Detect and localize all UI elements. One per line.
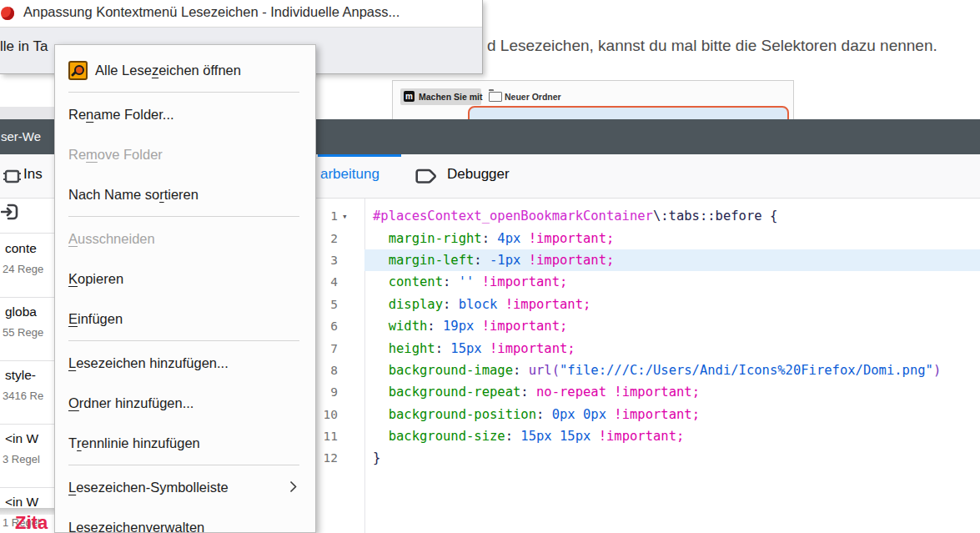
code-token: !important; bbox=[599, 429, 685, 444]
line-number[interactable]: 5 bbox=[318, 298, 338, 311]
code-text[interactable]: background-position: 0px 0px !important; bbox=[364, 404, 980, 425]
code-line[interactable]: 9 background-repeat: no-repeat !importan… bbox=[318, 381, 980, 403]
code-line[interactable]: 12} bbox=[318, 447, 980, 469]
menu-item-add-folder[interactable]: Ordner hinzufügen... bbox=[55, 383, 315, 423]
menu-item-copy[interactable]: Kopieren bbox=[55, 259, 315, 299]
menu-item-add-separator[interactable]: Trennlinie hinzufügen bbox=[55, 423, 315, 463]
line-number[interactable]: 7 bbox=[318, 342, 338, 355]
menu-item-paste[interactable]: Einfügen bbox=[55, 299, 315, 339]
gutter-cell[interactable]: 1▾ bbox=[318, 209, 364, 223]
forum-post-text: d Lesezeichen, kannst du mal bitte die S… bbox=[487, 37, 937, 55]
menu-item-add-bookmark[interactable]: Lesezeichen hinzufügen... bbox=[55, 343, 315, 383]
menu-item-label: Lesezeichen bbox=[68, 520, 146, 533]
line-number[interactable]: 9 bbox=[318, 385, 338, 399]
code-line[interactable]: 2 margin-right: 4px !important; bbox=[318, 227, 980, 249]
line-number[interactable]: 12 bbox=[318, 451, 338, 465]
code-text[interactable]: background-size: 15px 15px !important; bbox=[364, 425, 980, 447]
code-text[interactable]: #placesContext_openBookmarkContainer\:ta… bbox=[364, 205, 980, 227]
line-number[interactable]: 4 bbox=[318, 275, 338, 289]
code-text[interactable]: height: 15px !important; bbox=[364, 337, 980, 359]
code-token bbox=[373, 385, 389, 400]
code-token bbox=[482, 341, 490, 356]
fold-arrow-icon[interactable]: ▾ bbox=[338, 211, 359, 222]
gutter-cell[interactable]: 10 bbox=[318, 408, 364, 421]
menu-item-label: ove Folder bbox=[98, 147, 163, 163]
capture-toolbar-text: lle in Ta bbox=[0, 38, 48, 55]
line-number[interactable]: 10 bbox=[318, 408, 338, 421]
folder-icon bbox=[489, 92, 502, 102]
menu-item-sort-by-name[interactable]: Nach Name sortieren bbox=[55, 174, 315, 214]
line-number[interactable]: 11 bbox=[318, 430, 338, 443]
code-token: } bbox=[373, 450, 380, 465]
gutter-cell[interactable]: 2 bbox=[318, 232, 364, 245]
code-line[interactable]: 7 height: 15px !important; bbox=[318, 337, 980, 359]
code-text[interactable]: background-repeat: no-repeat !important; bbox=[364, 381, 980, 403]
code-text[interactable]: } bbox=[364, 447, 980, 469]
code-token: !important; bbox=[490, 341, 575, 356]
code-token bbox=[606, 407, 614, 422]
line-number[interactable]: 6 bbox=[318, 319, 338, 333]
code-line[interactable]: 1▾#placesContext_openBookmarkContainer\:… bbox=[318, 205, 980, 227]
tab-style-editor[interactable]: arbeitung bbox=[320, 166, 379, 183]
gutter-cell[interactable]: 7 bbox=[318, 342, 364, 355]
style-editor-code-area[interactable]: 1▾#placesContext_openBookmarkContainer\:… bbox=[318, 198, 980, 533]
quote-link[interactable]: Zita bbox=[15, 512, 48, 533]
stylesheet-item[interactable]: conte24 Rege bbox=[0, 234, 54, 298]
code-token: !important; bbox=[505, 297, 591, 312]
gutter-cell[interactable]: 5 bbox=[318, 298, 364, 311]
tab-debugger[interactable]: Debugger bbox=[447, 166, 510, 183]
gutter-cell[interactable]: 8 bbox=[318, 364, 364, 377]
code-token: : bbox=[536, 407, 552, 422]
code-text[interactable]: display: block !important; bbox=[364, 294, 980, 315]
gutter-cell[interactable]: 12 bbox=[318, 451, 364, 465]
gutter-cell[interactable]: 3 bbox=[318, 254, 364, 267]
stylesheet-item[interactable]: style-3416 Re bbox=[0, 361, 54, 425]
tab-inspector[interactable]: Ins bbox=[23, 166, 43, 183]
code-token: : bbox=[474, 253, 490, 268]
gutter-cell[interactable]: 4 bbox=[318, 275, 364, 289]
code-line[interactable]: 6 width: 19px !important; bbox=[318, 315, 980, 337]
code-token bbox=[474, 274, 481, 289]
code-lines[interactable]: 1▾#placesContext_openBookmarkContainer\:… bbox=[318, 205, 980, 470]
menu-item-bookmarks-toolbar[interactable]: Lesezeichen-Symbolleiste bbox=[55, 467, 315, 507]
code-line[interactable]: 11 background-size: 15px 15px !important… bbox=[318, 425, 980, 447]
code-token: background-repeat bbox=[389, 385, 521, 400]
code-line[interactable]: 5 display: block !important; bbox=[318, 294, 980, 315]
line-number[interactable]: 2 bbox=[318, 232, 338, 245]
code-text[interactable]: width: 19px !important; bbox=[364, 315, 980, 337]
code-text[interactable]: content: '' !important; bbox=[364, 271, 980, 293]
menu-item-open-all-bookmarks[interactable]: Alle Lesezeichen öffnen bbox=[55, 50, 315, 90]
code-line[interactable]: 10 background-position: 0px 0px !importa… bbox=[318, 404, 980, 425]
code-line[interactable]: 4 content: '' !important; bbox=[318, 271, 980, 293]
stylesheet-item[interactable]: <in W3 Regel bbox=[0, 425, 54, 488]
code-line[interactable]: 8 background-image: url("file:///C:/User… bbox=[318, 360, 980, 381]
code-token bbox=[373, 341, 389, 356]
menu-separator bbox=[68, 465, 299, 465]
code-token bbox=[520, 231, 528, 246]
stylesheet-list: conte24 Regegloba55 Regestyle-3416 Re<in… bbox=[0, 234, 54, 533]
code-line[interactable]: 3 margin-left: -1px !important; bbox=[318, 249, 980, 271]
line-number[interactable]: 8 bbox=[318, 364, 338, 377]
gutter-cell[interactable]: 6 bbox=[318, 319, 364, 333]
stylesheet-rule-count: 24 Rege bbox=[0, 263, 54, 275]
gutter-cell[interactable]: 9 bbox=[318, 385, 364, 399]
menu-item-rename-folder[interactable]: Rename Folder... bbox=[55, 94, 315, 134]
import-stylesheet-icon[interactable] bbox=[1, 203, 19, 224]
code-token bbox=[373, 297, 389, 312]
bookmark-m-icon: m bbox=[404, 91, 415, 102]
stylesheet-item[interactable]: globa55 Rege bbox=[0, 298, 54, 361]
line-number[interactable]: 1 bbox=[318, 209, 338, 223]
code-text[interactable]: margin-right: 4px !important; bbox=[364, 227, 980, 249]
menu-item-cut: Ausschneiden bbox=[55, 219, 315, 259]
menu-item-label: ennlinie hinzufügen bbox=[82, 435, 200, 451]
code-text[interactable]: margin-left: -1px !important; bbox=[364, 249, 980, 271]
line-number[interactable]: 3 bbox=[318, 254, 338, 267]
menu-item-label: ame Folder... bbox=[93, 107, 173, 123]
menu-item-label: esezeichen hinzufügen... bbox=[76, 355, 229, 371]
code-token: 15px bbox=[450, 341, 481, 356]
menu-item-manage-bookmarks[interactable]: Lesezeichen verwalten bbox=[55, 507, 315, 533]
code-text[interactable]: background-image: url("file:///C:/Users/… bbox=[364, 360, 980, 381]
gutter-cell[interactable]: 11 bbox=[318, 430, 364, 443]
code-token: '' bbox=[459, 274, 475, 289]
code-token bbox=[373, 253, 389, 268]
